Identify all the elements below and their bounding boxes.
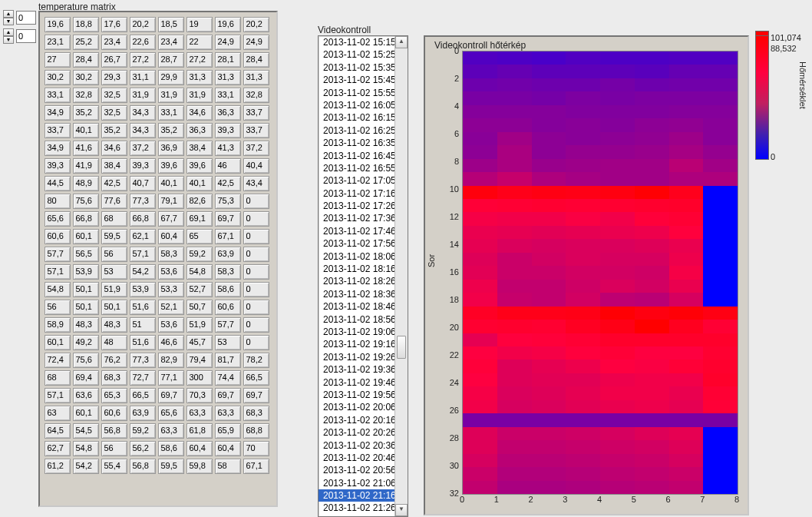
matrix-cell[interactable]: 38,4 <box>186 141 213 156</box>
matrix-cell[interactable]: 56 <box>101 441 127 456</box>
list-item[interactable]: 2013-11-02 20:06 <box>319 401 395 413</box>
matrix-cell[interactable]: 33,7 <box>243 105 269 121</box>
list-item[interactable]: 2013-11-02 15:55 <box>319 87 395 99</box>
scroll-thumb[interactable] <box>397 336 406 359</box>
matrix-cell[interactable]: 65,9 <box>215 423 241 439</box>
matrix-cell[interactable]: 46 <box>215 158 241 174</box>
matrix-cell[interactable]: 78,2 <box>243 353 269 368</box>
matrix-cell[interactable]: 56,8 <box>101 423 127 439</box>
matrix-cell[interactable]: 53,6 <box>158 317 184 333</box>
matrix-cell[interactable]: 0 <box>243 317 269 333</box>
matrix-cell[interactable]: 63 <box>45 406 71 421</box>
matrix-cell[interactable]: 66,5 <box>130 388 156 403</box>
list-item[interactable]: 2013-11-02 17:46 <box>319 225 395 237</box>
matrix-cell[interactable]: 54,2 <box>73 459 99 474</box>
matrix-cell[interactable]: 60,6 <box>215 300 241 315</box>
matrix-cell[interactable]: 77,3 <box>130 353 156 368</box>
matrix-cell[interactable]: 76,2 <box>101 353 127 368</box>
matrix-cell[interactable]: 70 <box>243 441 269 456</box>
list-item[interactable]: 2013-11-02 15:45 <box>319 74 395 86</box>
matrix-cell[interactable]: 36,3 <box>215 105 241 121</box>
matrix-cell[interactable]: 70,3 <box>186 388 213 403</box>
matrix-cell[interactable]: 31,3 <box>186 70 213 85</box>
matrix-cell[interactable]: 29,3 <box>101 70 127 85</box>
matrix-cell[interactable]: 63,9 <box>215 247 241 262</box>
matrix-cell[interactable]: 31,9 <box>158 88 184 103</box>
matrix-cell[interactable]: 34,6 <box>101 141 127 156</box>
list-item[interactable]: 2013-11-02 21:26 <box>319 502 395 514</box>
matrix-cell[interactable]: 66,8 <box>130 211 156 227</box>
list-item[interactable]: 2013-11-02 18:36 <box>319 288 395 300</box>
matrix-cell[interactable]: 49,2 <box>73 335 99 350</box>
matrix-cell[interactable]: 44,5 <box>45 176 71 191</box>
matrix-cell[interactable]: 75,6 <box>73 194 99 209</box>
list-item[interactable]: 2013-11-02 21:06 <box>319 477 395 489</box>
matrix-cell[interactable]: 35,2 <box>158 123 184 138</box>
matrix-cell[interactable]: 41,9 <box>73 158 99 174</box>
matrix-cell[interactable]: 68 <box>101 211 127 227</box>
matrix-cell[interactable]: 300 <box>186 370 213 386</box>
matrix-cell[interactable]: 34,9 <box>45 105 71 121</box>
matrix-cell[interactable]: 43,4 <box>243 176 269 191</box>
matrix-cell[interactable]: 38,4 <box>101 158 127 174</box>
list-item[interactable]: 2013-11-02 20:16 <box>319 414 395 426</box>
matrix-cell[interactable]: 34,6 <box>186 105 213 121</box>
matrix-cell[interactable]: 53 <box>215 335 241 350</box>
matrix-cell[interactable]: 59,2 <box>130 423 156 439</box>
matrix-cell[interactable]: 79,1 <box>158 194 184 209</box>
list-item[interactable]: 2013-11-02 20:26 <box>319 426 395 439</box>
list-item[interactable]: 2013-11-02 19:46 <box>319 376 395 389</box>
matrix-cell[interactable]: 22,6 <box>130 35 156 50</box>
matrix-cell[interactable]: 39,3 <box>215 123 241 138</box>
matrix-cell[interactable]: 64,5 <box>45 423 71 439</box>
matrix-cell[interactable]: 26,7 <box>101 52 127 68</box>
matrix-cell[interactable]: 74,4 <box>215 370 241 386</box>
matrix-cell[interactable]: 58,3 <box>215 264 241 280</box>
matrix-cell[interactable]: 68,3 <box>101 370 127 386</box>
matrix-cell[interactable]: 31,3 <box>215 70 241 85</box>
matrix-cell[interactable]: 0 <box>243 264 269 280</box>
list-item[interactable]: 2013-11-02 17:26 <box>319 200 395 212</box>
matrix-cell[interactable]: 28,7 <box>158 52 184 68</box>
matrix-cell[interactable]: 62,7 <box>45 441 71 456</box>
list-item[interactable]: 2013-11-02 15:25 <box>319 48 395 61</box>
row-index-field[interactable] <box>16 11 36 25</box>
matrix-cell[interactable]: 39,6 <box>158 158 184 174</box>
matrix-cell[interactable]: 40,1 <box>73 123 99 138</box>
list-item[interactable]: 2013-11-02 17:56 <box>319 237 395 250</box>
matrix-cell[interactable]: 53,3 <box>158 282 184 297</box>
matrix-cell[interactable]: 57,7 <box>215 317 241 333</box>
list-item[interactable]: 2013-11-02 17:16 <box>319 187 395 200</box>
matrix-cell[interactable]: 58,3 <box>158 247 184 262</box>
matrix-cell[interactable]: 31,3 <box>243 70 269 85</box>
matrix-cell[interactable]: 69,4 <box>73 370 99 386</box>
matrix-cell[interactable]: 28,4 <box>73 52 99 68</box>
matrix-cell[interactable]: 53,9 <box>73 264 99 280</box>
matrix-cell[interactable]: 23,4 <box>158 35 184 50</box>
matrix-cell[interactable]: 63,3 <box>158 423 184 439</box>
matrix-cell[interactable]: 51,9 <box>101 282 127 297</box>
matrix-cell[interactable]: 0 <box>243 282 269 297</box>
matrix-cell[interactable]: 82,6 <box>186 194 213 209</box>
matrix-cell[interactable]: 54,8 <box>186 264 213 280</box>
matrix-cell[interactable]: 54,2 <box>130 264 156 280</box>
matrix-cell[interactable]: 67,1 <box>243 459 269 474</box>
matrix-cell[interactable]: 0 <box>243 229 269 244</box>
matrix-cell[interactable]: 57,1 <box>130 247 156 262</box>
matrix-cell[interactable]: 33,7 <box>45 123 71 138</box>
list-item[interactable]: 2013-11-02 18:26 <box>319 275 395 287</box>
matrix-cell[interactable]: 36,3 <box>186 123 213 138</box>
matrix-cell[interactable]: 72,7 <box>130 370 156 386</box>
matrix-cell[interactable]: 0 <box>243 300 269 315</box>
matrix-cell[interactable]: 60,1 <box>73 406 99 421</box>
spinner-up[interactable]: ▲ <box>3 10 14 18</box>
list-item[interactable]: 2013-11-02 20:56 <box>319 464 395 476</box>
matrix-cell[interactable]: 24,9 <box>215 35 241 50</box>
matrix-cell[interactable]: 67,7 <box>158 211 184 227</box>
matrix-cell[interactable]: 56 <box>45 300 71 315</box>
list-item[interactable]: 2013-11-02 21:36 <box>319 515 395 516</box>
matrix-cell[interactable]: 48 <box>101 335 127 350</box>
matrix-cell[interactable]: 18,8 <box>73 17 99 32</box>
matrix-cell[interactable]: 20,2 <box>130 17 156 32</box>
list-item[interactable]: 2013-11-02 19:06 <box>319 326 395 338</box>
